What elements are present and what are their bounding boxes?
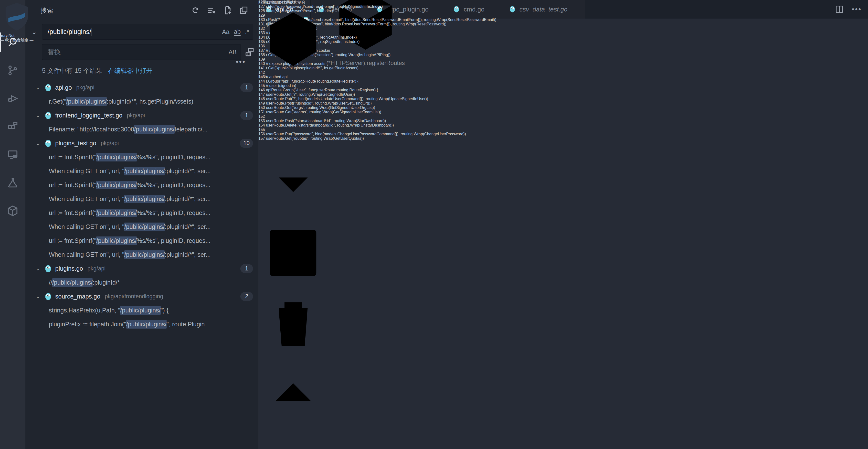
search-result-match-row[interactable]: url := fmt.Sprintf("/public/plugins/%s/%… [25, 206, 258, 220]
results-summary: 5 文件中有 15 个结果 - 在编辑器中打开 [42, 66, 152, 75]
tab-label: csv_data_test.go [520, 6, 567, 13]
source-control-icon[interactable] [0, 56, 25, 84]
trash-icon[interactable] [258, 288, 328, 357]
search-result-match-row[interactable]: // /public/plugins/:pluginId/* [25, 275, 258, 290]
result-file-path: pkg/api [101, 140, 119, 147]
chevron-down-icon[interactable]: ⌄ [36, 140, 44, 147]
result-count-badge: 1 [240, 83, 253, 92]
whole-word-icon[interactable]: ab [234, 28, 241, 36]
search-result-match-row[interactable]: When calling GET on", url, "/public/plug… [25, 164, 258, 178]
refresh-icon[interactable] [190, 5, 200, 15]
search-result-match-row[interactable]: When calling GET on", url, "/public/plug… [25, 248, 258, 262]
bottom-panel: 问题11输出终端调试控制台 bash PeideMacBook-Pro:graf… [258, 0, 328, 449]
test-beaker-icon[interactable] [0, 169, 25, 197]
match-highlight: /public/plugins/ [96, 237, 136, 245]
clear-results-icon[interactable] [207, 5, 216, 15]
chevron-down-icon[interactable]: ⌄ [36, 112, 44, 119]
preserve-case-icon[interactable]: AB [228, 49, 237, 56]
result-count-badge: 10 [240, 139, 253, 148]
panel-tab-终端[interactable]: 终端 [278, 0, 286, 4]
match-highlight: /public/plugins/ [124, 167, 165, 175]
go-file-icon [44, 84, 55, 92]
search-result-file-row[interactable]: ⌄ plugins_test.go pkg/api 10 [25, 136, 258, 150]
search-result-file-row[interactable]: ⌄ frontend_logging_test.go pkg/api 1 [25, 109, 258, 122]
search-result-match-row[interactable]: When calling GET on", url, "/public/plug… [25, 192, 258, 206]
search-result-match-row[interactable]: pluginPrefix := filepath.Join("/public/p… [25, 317, 258, 331]
split-editor-icon[interactable] [835, 4, 844, 14]
extensions-icon[interactable] [0, 112, 25, 141]
match-highlight: /public/plugins/ [96, 209, 136, 217]
text-caret [92, 28, 92, 36]
go-file-icon [44, 111, 52, 120]
panel-actions: bash [258, 5, 328, 449]
replace-all-icon[interactable] [244, 47, 255, 57]
more-actions-icon[interactable]: ••• [236, 58, 246, 66]
result-file-path: pkg/api [87, 265, 105, 272]
search-result-match-row[interactable]: url := fmt.Sprintf("/public/plugins/%s/%… [25, 178, 258, 192]
match-highlight: /public/plugins/ [66, 97, 106, 106]
go-file-icon [44, 292, 52, 301]
go-file-icon [44, 139, 55, 148]
remote-explorer-icon[interactable] [0, 141, 25, 169]
go-file-icon [44, 84, 52, 92]
go-file-icon [44, 265, 55, 273]
match-highlight: /public/plugins/ [124, 195, 165, 203]
match-case-icon[interactable]: Aa [222, 28, 229, 35]
more-actions-icon[interactable]: ••• [851, 5, 862, 13]
result-file-path: pkg/api [76, 84, 94, 91]
open-in-editor-link[interactable]: 在编辑器中打开 [108, 67, 152, 74]
panel-tab-调试控制台[interactable]: 调试控制台 [286, 0, 306, 4]
activity-bar [0, 0, 25, 449]
match-highlight: /public/plugins/ [124, 250, 165, 259]
collapse-icon[interactable] [239, 5, 249, 15]
chevron-down-icon[interactable]: ⌄ [36, 293, 44, 300]
search-result-file-row[interactable]: ⌄ plugins.go pkg/api 1 [25, 262, 258, 275]
search-result-match-row[interactable]: strings.HasPrefix(u.Path, "/public/plugi… [25, 303, 258, 317]
new-search-editor-icon[interactable] [223, 5, 232, 15]
editor-tab[interactable]: csv_data_test.go × [502, 0, 585, 19]
watermark: aury.Net — 秋刀鱼實驗室 — [0, 0, 33, 43]
search-result-match-row[interactable]: r.Get("/public/plugins/:pluginId/*", hs.… [25, 94, 258, 109]
chevron-down-icon[interactable] [258, 149, 328, 218]
match-highlight: /public/plugins/ [96, 181, 136, 189]
chevron-down-icon[interactable]: ⌄ [36, 266, 44, 272]
go-file-icon [44, 265, 52, 273]
result-file-name: source_maps.go [55, 293, 100, 300]
replace-placeholder: 替换 [48, 48, 61, 56]
search-result-file-row[interactable]: ⌄ source_maps.go pkg/api/frontendlogging… [25, 290, 258, 303]
result-file-name: frontend_logging_test.go [55, 112, 122, 119]
search-result-match-row[interactable]: url := fmt.Sprintf("/public/plugins/%s/%… [25, 234, 258, 248]
search-result-match-row[interactable]: Filename: "http://localhost:3000/public/… [25, 122, 258, 136]
replace-input[interactable]: 替换 AB [42, 44, 241, 60]
match-highlight: /public/plugins/ [120, 306, 160, 315]
result-file-name: plugins_test.go [55, 140, 96, 147]
close-panel-icon[interactable] [258, 427, 328, 449]
panel-tab-问题[interactable]: 问题11 [258, 0, 270, 4]
run-debug-icon[interactable] [0, 84, 25, 112]
search-input[interactable]: /public/plugins/ Aa ab .* [42, 24, 253, 39]
go-file-icon [509, 6, 520, 13]
result-file-path: pkg/api [127, 112, 145, 119]
add-terminal-icon[interactable] [258, 79, 328, 149]
search-result-file-row[interactable]: ⌄ api.go pkg/api 1 [25, 81, 258, 94]
search-result-match-row[interactable]: url := fmt.Sprintf("/public/plugins/%s/%… [25, 150, 258, 164]
result-file-path: pkg/api/frontendlogging [105, 293, 163, 300]
go-file-icon [509, 6, 516, 13]
sidebar-title: 搜索 [40, 6, 53, 15]
search-toolbar [190, 5, 249, 15]
package-icon[interactable] [0, 197, 25, 225]
result-file-name: plugins.go [55, 265, 83, 272]
search-value: /public/plugins/ [48, 28, 91, 36]
regex-icon[interactable]: .* [245, 28, 249, 35]
panel-tab-输出[interactable]: 输出 [270, 0, 278, 4]
chevron-down-icon[interactable]: ⌄ [36, 85, 44, 91]
split-terminal-icon[interactable] [258, 218, 328, 288]
search-result-match-row[interactable]: When calling GET on", url, "/public/plug… [25, 220, 258, 234]
result-file-name: api.go [55, 84, 72, 91]
match-highlight: /public/plugins/ [52, 278, 93, 287]
go-file-icon [44, 139, 52, 148]
go-file-icon [44, 111, 55, 120]
match-highlight: /public/plugins/ [124, 222, 165, 231]
maximize-panel-icon[interactable] [258, 357, 328, 427]
shell-name[interactable]: bash [258, 75, 267, 79]
